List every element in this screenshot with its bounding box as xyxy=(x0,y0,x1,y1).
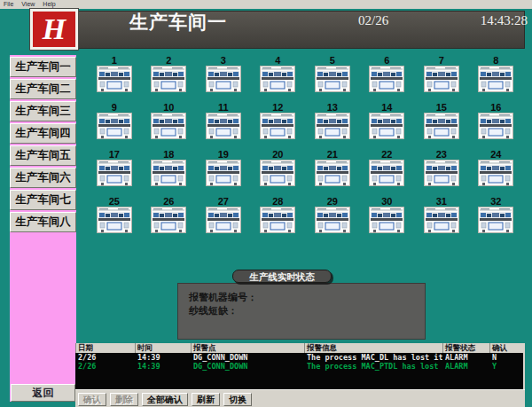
menu-item-file[interactable]: File xyxy=(4,1,13,9)
sidebar-item-workshop-3[interactable]: 生产车间三 xyxy=(10,101,76,121)
alarm-row-1[interactable]: 2/2614:39DG_CONN_DOWNThe process MAC_DL … xyxy=(75,353,525,362)
brand-logo-glyph: H xyxy=(33,12,75,47)
alarm-cell-info: The process MAC_PTDL has lost its .. xyxy=(304,362,442,371)
machine-27[interactable]: 27 xyxy=(196,196,251,243)
knitting-machine-icon xyxy=(369,160,404,186)
machine-15[interactable]: 15 xyxy=(414,102,469,149)
machine-number: 16 xyxy=(490,102,501,113)
knitting-machine-icon xyxy=(424,113,459,139)
knitting-machine-icon xyxy=(206,160,241,186)
machine-23[interactable]: 23 xyxy=(414,149,469,196)
machine-number: 1 xyxy=(112,55,117,66)
machine-3[interactable]: 3 xyxy=(196,55,251,102)
machine-number: 32 xyxy=(490,196,501,207)
knitting-machine-icon xyxy=(478,66,513,92)
machine-8[interactable]: 8 xyxy=(469,55,524,102)
sidebar-item-workshop-2[interactable]: 生产车间二 xyxy=(10,79,76,99)
machine-number: 9 xyxy=(112,102,117,113)
machine-31[interactable]: 31 xyxy=(414,196,469,243)
machine-number: 19 xyxy=(218,149,229,160)
column-header-ack: 确认 xyxy=(490,343,525,353)
knitting-machine-icon xyxy=(369,66,404,92)
machine-25[interactable]: 25 xyxy=(87,196,142,243)
toolbar-button-4[interactable]: 刷新 xyxy=(192,393,220,406)
machine-number: 17 xyxy=(109,149,120,160)
machine-number: 28 xyxy=(272,196,283,207)
machine-14[interactable]: 14 xyxy=(360,102,415,149)
machine-29[interactable]: 29 xyxy=(305,196,360,243)
knitting-machine-icon xyxy=(424,160,459,186)
machine-18[interactable]: 18 xyxy=(142,149,197,196)
sidebar-item-workshop-5[interactable]: 生产车间五 xyxy=(10,145,76,166)
machine-number: 23 xyxy=(436,149,447,160)
machine-number: 26 xyxy=(163,196,174,207)
machine-30[interactable]: 30 xyxy=(360,196,415,243)
machine-number: 22 xyxy=(381,149,392,160)
alarm-cell-date: 2/26 xyxy=(75,362,135,371)
machine-number: 8 xyxy=(493,55,498,66)
alarm-cell-time: 14:39 xyxy=(135,362,191,371)
knitting-machine-icon xyxy=(97,160,132,186)
knitting-machine-icon xyxy=(97,66,132,92)
status-tab: 生产线实时状态 xyxy=(232,270,332,283)
menu-bar: FileViewHelp xyxy=(0,0,532,9)
machine-1[interactable]: 1 xyxy=(87,55,142,102)
knitting-machine-icon xyxy=(424,66,459,92)
machine-22[interactable]: 22 xyxy=(360,149,415,196)
knitting-machine-icon xyxy=(315,207,350,233)
alarm-row-2[interactable]: 2/2614:39DG_CONN_DOWNThe process MAC_PTD… xyxy=(75,362,525,371)
machine-26[interactable]: 26 xyxy=(142,196,197,243)
alarm-cell-date: 2/26 xyxy=(75,353,135,362)
alarm-cell-info: The process MAC_DL has lost its d .. xyxy=(304,353,442,362)
machine-number: 2 xyxy=(166,55,171,66)
sidebar-item-workshop-1[interactable]: 生产车间一 xyxy=(10,57,76,77)
alarm-cell-status: ALARM xyxy=(442,353,489,362)
machine-grid: 1 2 xyxy=(87,55,523,243)
knitting-machine-icon xyxy=(151,66,186,92)
machine-2[interactable]: 2 xyxy=(142,55,197,102)
machine-19[interactable]: 19 xyxy=(196,149,251,196)
knitting-machine-icon xyxy=(315,113,350,139)
toolbar-button-5[interactable]: 切换 xyxy=(223,393,252,406)
machine-7[interactable]: 7 xyxy=(414,55,469,102)
alarm-table-header: 日期时间报警点报警信息报警状态确认 xyxy=(75,343,525,353)
machine-11[interactable]: 11 xyxy=(196,102,251,149)
machine-number: 25 xyxy=(109,196,120,207)
knitting-machine-icon xyxy=(206,66,241,92)
machine-28[interactable]: 28 xyxy=(251,196,306,243)
machine-13[interactable]: 13 xyxy=(305,102,360,149)
machine-21[interactable]: 21 xyxy=(305,149,360,196)
machine-number: 7 xyxy=(439,55,444,66)
machine-20[interactable]: 20 xyxy=(251,149,306,196)
machine-9[interactable]: 9 xyxy=(87,102,142,149)
sidebar-item-workshop-8[interactable]: 生产车间八 xyxy=(10,212,76,232)
machine-12[interactable]: 12 xyxy=(251,102,306,149)
back-button[interactable]: 返回 xyxy=(11,384,75,402)
sidebar-item-workshop-4[interactable]: 生产车间四 xyxy=(10,123,76,144)
machine-32[interactable]: 32 xyxy=(469,196,524,243)
sidebar-item-workshop-7[interactable]: 生产车间七 xyxy=(10,190,76,210)
toolbar-button-3[interactable]: 全部确认 xyxy=(142,393,188,406)
alarm-cell-point: DG_CONN_DOWN xyxy=(191,353,304,362)
machine-6[interactable]: 6 xyxy=(360,55,415,102)
knitting-machine-icon xyxy=(97,207,132,233)
toolbar-button-1[interactable]: 确认 xyxy=(78,393,106,406)
column-header-time: 时间 xyxy=(136,343,192,353)
toolbar-button-2[interactable]: 删除 xyxy=(110,393,138,406)
machine-number: 31 xyxy=(436,196,447,207)
brand-logo-red-box: H xyxy=(33,12,75,47)
machine-4[interactable]: 4 xyxy=(251,55,306,102)
status-panel: 报警机器编号： 纱线短缺： xyxy=(177,283,426,340)
machine-10[interactable]: 10 xyxy=(142,102,197,149)
brand-logo: H xyxy=(29,8,79,51)
column-header-info: 报警信息 xyxy=(305,343,443,353)
column-header-point: 报警点 xyxy=(192,343,305,353)
machine-16[interactable]: 16 xyxy=(469,102,524,149)
machine-number: 20 xyxy=(272,149,283,160)
machine-24[interactable]: 24 xyxy=(469,149,524,196)
sidebar-item-workshop-6[interactable]: 生产车间六 xyxy=(10,168,76,188)
machine-17[interactable]: 17 xyxy=(87,149,142,196)
machine-number: 10 xyxy=(163,102,174,113)
knitting-machine-icon xyxy=(260,66,295,92)
machine-5[interactable]: 5 xyxy=(305,55,360,102)
